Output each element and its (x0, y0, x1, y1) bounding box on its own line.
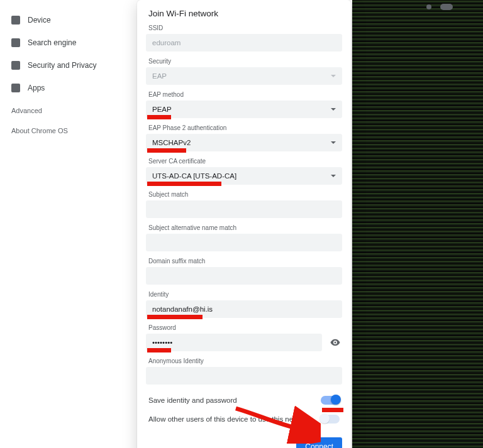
identity-label: Identity (146, 291, 342, 298)
save-identity-row: Save identity and password (146, 391, 342, 410)
chevron-down-icon (331, 108, 336, 111)
sidebar-item-label: Security and Privacy (28, 61, 96, 70)
sidebar-section-label: Advanced (11, 107, 42, 114)
settings-sidebar: Device Search engine Security and Privac… (0, 0, 126, 143)
domain-suffix-field: Domain suffix match (146, 258, 342, 285)
anon-identity-label: Anonymous Identity (146, 358, 342, 364)
share-network-row: Allow other users of this device to use … (146, 410, 342, 429)
toggle-password-visibility-button[interactable] (328, 336, 342, 349)
anon-identity-input[interactable] (146, 367, 342, 385)
ssid-input[interactable]: eduroam (146, 34, 342, 52)
sidebar-item-apps[interactable]: Apps (11, 80, 126, 96)
chevron-down-icon (331, 141, 336, 144)
password-field: Password •••••••• (146, 324, 342, 351)
password-input[interactable]: •••••••• (146, 334, 322, 351)
chevron-down-icon (331, 175, 336, 177)
subject-match-field: Subject match (146, 191, 342, 218)
background-foliage (352, 0, 483, 448)
domain-suffix-input[interactable] (146, 267, 342, 285)
share-network-toggle[interactable] (321, 415, 340, 423)
password-label: Password (146, 324, 342, 331)
eap-method-field: EAP method PEAP (146, 91, 342, 118)
sidebar-section-label: About Chrome OS (11, 127, 68, 134)
annotation-highlight (147, 182, 221, 186)
eap-phase2-label: EAP Phase 2 authentication (146, 124, 342, 131)
ssid-label: SSID (146, 25, 342, 31)
server-ca-label: Server CA certificate (146, 158, 342, 165)
status-icon (426, 4, 431, 9)
connect-button[interactable]: Connect (296, 437, 342, 448)
join-wifi-dialog: Join Wi-Fi network SSID eduroam Security… (137, 0, 351, 448)
eap-method-select[interactable]: PEAP (146, 101, 342, 118)
san-match-input[interactable] (146, 234, 342, 251)
chevron-down-icon (331, 75, 336, 77)
sidebar-item-label: Search engine (28, 38, 76, 47)
annotation-highlight (147, 315, 203, 319)
search-icon (11, 38, 20, 47)
domain-suffix-label: Domain suffix match (146, 258, 342, 265)
sidebar-section-about[interactable]: About Chrome OS (11, 123, 126, 138)
system-tray[interactable] (426, 4, 453, 10)
save-identity-label: Save identity and password (148, 396, 237, 404)
anon-identity-field: Anonymous Identity (146, 358, 342, 385)
sidebar-item-security-privacy[interactable]: Security and Privacy (11, 58, 126, 73)
identity-field: Identity notandanafn@hi.is (146, 291, 342, 318)
security-label: Security (146, 58, 342, 65)
apps-icon (11, 84, 20, 92)
sidebar-item-search-engine[interactable]: Search engine (11, 35, 126, 50)
eap-phase2-field: EAP Phase 2 authentication MSCHAPv2 (146, 124, 342, 151)
ssid-field: SSID eduroam (146, 25, 342, 52)
share-network-label: Allow other users of this device to use … (148, 415, 311, 423)
san-match-field: Subject alternative name match (146, 224, 342, 251)
san-match-label: Subject alternative name match (146, 224, 342, 231)
battery-icon (440, 4, 453, 10)
security-select[interactable]: EAP (146, 67, 342, 85)
subject-match-input[interactable] (146, 200, 342, 218)
annotation-highlight (147, 115, 171, 119)
sidebar-item-label: Device (28, 16, 51, 25)
annotation-highlight (147, 148, 186, 153)
device-icon (11, 16, 20, 25)
sidebar-item-label: Apps (28, 84, 45, 92)
subject-match-label: Subject match (146, 191, 342, 198)
sidebar-section-advanced[interactable]: Advanced (11, 103, 126, 118)
dialog-title: Join Wi-Fi network (146, 9, 342, 18)
eye-icon (330, 337, 341, 348)
save-identity-toggle[interactable] (321, 396, 340, 405)
dialog-footer: Connect (146, 429, 342, 448)
sidebar-item-device[interactable]: Device (11, 13, 126, 28)
annotation-highlight (147, 348, 171, 352)
security-field: Security EAP (146, 58, 342, 85)
eap-method-label: EAP method (146, 91, 342, 98)
lock-icon (11, 61, 20, 70)
server-ca-field: Server CA certificate UTS-AD-CA [UTS-AD-… (146, 158, 342, 185)
